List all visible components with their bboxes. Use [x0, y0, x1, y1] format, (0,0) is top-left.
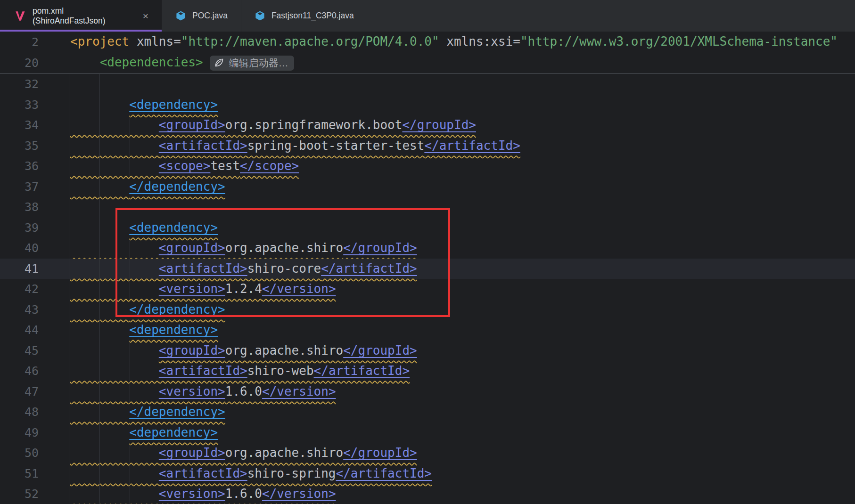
line-number: 34 [0, 118, 69, 132]
xml-text: = [173, 34, 181, 49]
xml-tag: <groupId> [159, 343, 225, 358]
warning-underline: <artifactId>spring-boot-starter-test</ar… [70, 138, 520, 153]
xml-tag: <version> [159, 384, 225, 398]
warning-underline: <version>1.2.4</version> [70, 282, 336, 296]
line-number: 49 [0, 426, 69, 439]
xml-tag: <groupId> [159, 241, 225, 255]
code-line-49[interactable]: 49 <dependency> [0, 423, 855, 443]
xml-text: "http://www.w3.org/2001/XMLSchema-instan… [520, 34, 838, 49]
code-line-45[interactable]: 45 <groupId>org.apache.shiro</groupId> [0, 341, 855, 361]
line-number: 39 [0, 221, 69, 235]
warning-underline: <groupId>org.apache.shiro</groupId> [70, 343, 417, 358]
code-line-52[interactable]: 52 <version>1.6.0</version> [0, 484, 855, 504]
warning-underline: <artifactId>shiro-spring</artifactId> [70, 466, 432, 480]
xml-tag: </artifactId> [336, 466, 432, 480]
code-text: <artifactId>shiro-web</artifactId> [69, 361, 410, 382]
xml-tag: </dependency> [129, 405, 225, 419]
code-line-42[interactable]: 42 <version>1.2.4</version> [0, 279, 855, 300]
xml-text: xmlns [129, 34, 173, 49]
code-line-2[interactable]: 2<project xmlns="http://maven.apache.org… [0, 32, 855, 52]
code-text: <groupId>org.apache.shiro</groupId> [69, 238, 417, 259]
code-text: <artifactId>shiro-spring</artifactId> [69, 463, 432, 484]
line-number: 38 [0, 200, 69, 214]
code-line-20[interactable]: 20 <dependencies>编辑启动器… [0, 52, 855, 73]
close-icon[interactable]: × [143, 11, 148, 21]
code-line-32[interactable]: 32 [0, 74, 855, 95]
xml-text: "http://maven.apache.org/POM/4.0.0" [181, 34, 439, 49]
code-line-43[interactable]: 43 </dependency> [0, 300, 855, 320]
code-line-33[interactable]: 33 <dependency> [0, 95, 855, 115]
warning-underline: <dependency> [129, 98, 218, 112]
line-number: 35 [0, 139, 69, 153]
code-line-35[interactable]: 35 <artifactId>spring-boot-starter-test<… [0, 136, 855, 156]
tab-fastjson11-c3p0-java[interactable]: Fastjson11_C3P0.java [241, 0, 367, 32]
warning-underline: <scope>test</scope> [70, 159, 299, 173]
warning-underline: <groupId>org.apache.shiro</groupId> [70, 241, 417, 255]
xml-tag: <dependencies> [100, 55, 203, 69]
line-number: 43 [0, 303, 69, 317]
xml-tag: <artifactId> [159, 466, 247, 480]
xml-tag: </groupId> [343, 343, 417, 358]
line-number: 47 [0, 385, 69, 398]
xml-text: shiro-core [247, 261, 321, 276]
xml-text: shiro-spring [247, 466, 336, 480]
editor-pane[interactable]: 3233 <dependency>34 <groupId>org.springf… [0, 74, 855, 504]
code-line-39[interactable]: 39 <dependency> [0, 218, 855, 238]
warning-underline: <dependency> [129, 323, 218, 337]
code-line-40[interactable]: 40 <groupId>org.apache.shiro</groupId> [0, 238, 855, 259]
warning-underline: <groupId>org.apache.shiro</groupId> [70, 446, 417, 460]
line-number: 45 [0, 344, 69, 358]
code-line-41[interactable]: 41 <artifactId>shiro-core</artifactId> [0, 259, 855, 279]
line-number: 41 [0, 262, 69, 276]
indent-guide [130, 443, 130, 504]
xml-tag: <groupId> [159, 446, 225, 460]
code-text: <dependency> [69, 218, 218, 238]
xml-tag: <dependency> [129, 98, 218, 112]
code-line-38[interactable]: 38 [0, 197, 855, 218]
indent-guide [99, 74, 100, 504]
code-line-36[interactable]: 36 <scope>test</scope> [0, 156, 855, 177]
edit-starters-badge[interactable]: 编辑启动器… [210, 56, 294, 71]
tab-label: POC.java [192, 11, 228, 21]
line-number: 20 [0, 56, 69, 70]
xml-tag: </scope> [240, 159, 299, 173]
xml-tag: <artifactId> [159, 261, 247, 276]
xml-tag: <dependency> [129, 323, 218, 337]
edit-starters-label: 编辑启动器… [229, 57, 288, 69]
sticky-lines: 2<project xmlns="http://maven.apache.org… [0, 32, 855, 74]
java-class-icon [255, 10, 265, 21]
code-line-48[interactable]: 48 </dependency> [0, 402, 855, 423]
xml-tag: <artifactId> [159, 138, 247, 153]
xml-tag: </artifactId> [321, 261, 417, 276]
code-line-37[interactable]: 37 </dependency> [0, 177, 855, 197]
indent-guide [130, 238, 130, 300]
warning-underline: </dependency> [70, 405, 225, 419]
maven-pom-icon [14, 10, 26, 22]
tab-poc-java[interactable]: POC.java [162, 0, 241, 32]
code-line-34[interactable]: 34 <groupId>org.springframework.boot</gr… [0, 115, 855, 136]
xml-text: org.apache.shiro [225, 446, 343, 460]
code-text: </dependency> [69, 300, 225, 320]
xml-tag: </version> [262, 487, 336, 501]
code-line-46[interactable]: 46 <artifactId>shiro-web</artifactId> [0, 361, 855, 382]
warning-underline: <artifactId>shiro-web</artifactId> [70, 364, 410, 378]
code-line-50[interactable]: 50 <groupId>org.apache.shiro</groupId> [0, 443, 855, 463]
line-number: 42 [0, 282, 69, 296]
xml-text: shiro-web [247, 364, 314, 378]
code-line-51[interactable]: 51 <artifactId>shiro-spring</artifactId> [0, 463, 855, 484]
code-line-47[interactable]: 47 <version>1.6.0</version> [0, 382, 855, 402]
xml-tag: </groupId> [402, 118, 476, 132]
xml-text: spring-boot-starter-test [247, 138, 425, 153]
code-text: <dependency> [69, 95, 218, 115]
code-line-44[interactable]: 44 <dependency> [0, 320, 855, 341]
code-text: <version>1.6.0</version> [69, 484, 336, 504]
xml-tag: <dependency> [129, 220, 218, 235]
indent-guide [130, 115, 130, 177]
code-text: <groupId>org.apache.shiro</groupId> [69, 443, 417, 463]
xml-tag: </dependency> [129, 179, 225, 194]
tab-pom-xml[interactable]: pom.xml (ShiroAndFastJson) × [0, 0, 162, 32]
tab-label: pom.xml (ShiroAndFastJson) [33, 6, 131, 26]
xml-text: 1.6.0 [225, 384, 262, 398]
code-text: <artifactId>shiro-core</artifactId> [69, 259, 417, 279]
xml-tag: <scope> [159, 159, 211, 173]
